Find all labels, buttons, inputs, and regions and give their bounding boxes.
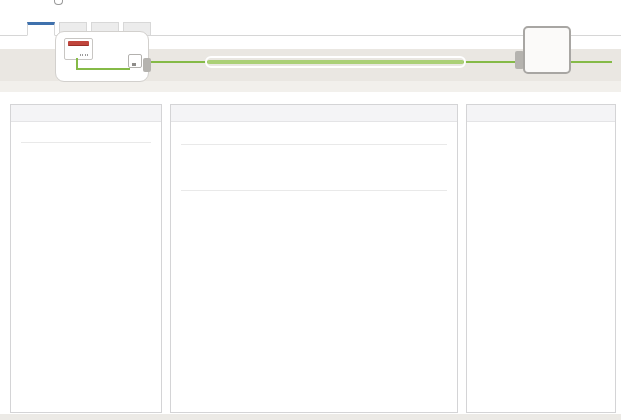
fiber-line-highlight-bar <box>207 60 464 64</box>
clipped-header-icon <box>54 0 63 5</box>
tab-overview[interactable] <box>27 22 55 36</box>
panel-fiber-connection-info <box>170 104 458 413</box>
panel-network-operator-title <box>467 105 615 122</box>
connection-diagram <box>0 36 621 98</box>
exchange-rack-icon <box>523 26 571 74</box>
fritzbox-card <box>55 31 149 82</box>
divider <box>181 144 447 145</box>
panel-fiber-connection-title <box>171 105 457 122</box>
page-top-strip <box>0 0 621 9</box>
fritzbox-router-icon <box>64 38 93 60</box>
fiber-line-highlight <box>205 56 466 68</box>
panel-network-operator <box>466 104 616 413</box>
router-cable-horizontal <box>76 68 130 70</box>
panel-fritzbox-details <box>10 104 162 413</box>
diagram-band-lower <box>0 81 621 92</box>
panel-fritzbox-details-title <box>11 105 161 122</box>
panels-row <box>0 104 621 413</box>
divider <box>21 142 151 143</box>
router-red-stripe <box>68 41 89 46</box>
divider <box>181 190 447 191</box>
footer-strip <box>0 414 621 420</box>
wall-socket-icon <box>143 58 151 72</box>
sfp-module-icon <box>128 54 142 68</box>
sfp-module-notch <box>132 63 136 66</box>
router-led-dots <box>80 54 89 56</box>
